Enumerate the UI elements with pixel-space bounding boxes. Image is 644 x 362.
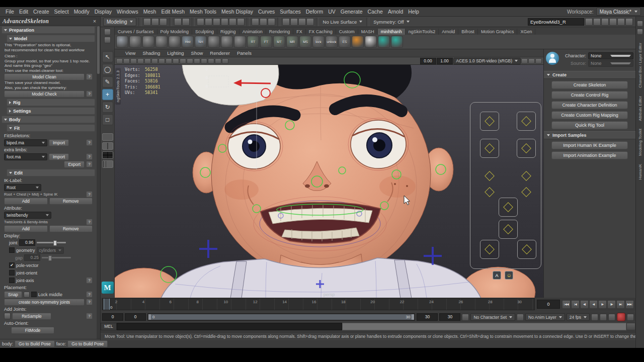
help-button[interactable]: ? xyxy=(86,191,93,198)
vp-xray-icon[interactable] xyxy=(215,58,221,64)
shelf-freeze-transform2-icon[interactable]: FT xyxy=(260,36,272,48)
picker-button[interactable] xyxy=(517,183,536,202)
create-action-button[interactable]: Create Skeleton xyxy=(551,81,628,89)
close-icon[interactable]: × xyxy=(92,18,98,24)
create-nonsymmetry-joints-button[interactable]: create non-symmetry joints xyxy=(4,299,85,306)
panel-scrollbar[interactable] xyxy=(97,25,100,339)
shelf-tab[interactable]: Motion Graphics xyxy=(478,29,518,35)
character-set-selector[interactable]: No Character Set xyxy=(470,313,515,321)
step-forward-button[interactable]: |▶ xyxy=(607,300,616,309)
add-joints-tool-icon[interactable] xyxy=(4,313,11,319)
export-button[interactable]: Export xyxy=(64,161,85,168)
create-action-button[interactable]: Create Character Definition xyxy=(551,101,628,109)
select-tool[interactable]: ↖ xyxy=(102,51,113,62)
import-samples-section-header[interactable]: Import Samples xyxy=(544,131,635,139)
sidebar-tab[interactable]: Attribute Editor xyxy=(638,96,642,121)
joint-size-slider[interactable] xyxy=(37,242,66,243)
menu-item[interactable]: Arnold xyxy=(385,9,406,15)
shelf-match-scale-icon[interactable]: MS xyxy=(299,36,311,48)
single-pane-layout[interactable] xyxy=(102,133,113,141)
animation-start-field[interactable]: 0 xyxy=(102,313,123,321)
picker-button[interactable] xyxy=(517,240,536,259)
vp-grid-icon[interactable] xyxy=(158,58,165,64)
section-preparation[interactable]: Preparation xyxy=(2,26,95,34)
extra-limb-select[interactable]: foot.ma xyxy=(4,153,47,160)
modeling-toolkit-icon[interactable] xyxy=(609,18,617,26)
panel-menu-item[interactable]: Panels xyxy=(233,50,255,56)
auto-key-button[interactable] xyxy=(617,313,625,321)
shelf-poly-sphere-icon[interactable] xyxy=(116,36,128,48)
four-pane-layout[interactable] xyxy=(102,151,113,159)
shelf-separate-icon[interactable] xyxy=(155,36,168,48)
vp-image-plane-icon[interactable] xyxy=(144,58,151,64)
help-button[interactable]: ? xyxy=(86,299,93,305)
geometry-type-select[interactable]: cylinders xyxy=(37,247,64,254)
help-button[interactable]: ? xyxy=(86,219,93,225)
shelf-edit-skin-icon[interactable]: ES xyxy=(339,36,351,48)
vp-gate-mask-icon[interactable] xyxy=(180,58,186,64)
lock-middle-checkbox[interactable] xyxy=(31,292,37,297)
vp-2d-pan-zoom-icon[interactable] xyxy=(151,58,158,64)
menu-item[interactable]: Mesh Display xyxy=(219,9,256,15)
panel-menu-item[interactable]: View xyxy=(122,50,139,56)
picker-a-button[interactable]: A xyxy=(493,271,501,280)
redo-icon[interactable] xyxy=(182,18,190,26)
shelf-tpose-figure-icon[interactable] xyxy=(378,36,390,48)
menu-item[interactable]: Surfaces xyxy=(277,9,303,15)
panel-menu-item[interactable]: Renderer xyxy=(206,50,233,56)
vp-wireframe-on-shaded-icon[interactable] xyxy=(222,58,228,64)
picker-button[interactable] xyxy=(480,112,499,131)
shelf-lock-icon[interactable]: lock xyxy=(312,36,325,48)
character-set-icon[interactable] xyxy=(462,314,469,321)
panel-menu-item[interactable]: Shading xyxy=(139,50,164,56)
vp-field-chart-icon[interactable] xyxy=(187,58,193,64)
dock-icon-2[interactable] xyxy=(637,29,643,35)
menu-item[interactable]: File xyxy=(3,9,17,15)
section-edit[interactable]: Edit xyxy=(7,169,95,176)
next-key-button[interactable]: ▶| xyxy=(616,300,625,309)
section-settings[interactable]: Settings xyxy=(7,107,95,115)
help-button[interactable]: ? xyxy=(86,90,93,97)
shelf-tab-menu-icon[interactable] xyxy=(104,29,111,35)
snap-view-plane-icon[interactable] xyxy=(229,18,236,26)
shelf-reset-transform-icon[interactable]: RT xyxy=(247,36,259,48)
face-build-pose-button[interactable]: Go to Build Pose xyxy=(67,340,108,347)
snap-curve-icon[interactable] xyxy=(205,18,212,26)
tool-settings-icon[interactable] xyxy=(601,18,609,26)
shelf-freeze-transform-icon[interactable] xyxy=(208,36,220,48)
step-back-button[interactable]: ◀| xyxy=(580,300,589,309)
move-tool[interactable]: + xyxy=(102,89,113,100)
vp-camera-attributes-icon[interactable] xyxy=(130,58,137,64)
menu-item[interactable]: Help xyxy=(406,9,422,15)
menu-item[interactable]: Edit xyxy=(17,9,31,15)
menu-item[interactable]: UV xyxy=(326,9,338,15)
sidebar-tab[interactable]: Channel Box / Layer Editor xyxy=(638,43,642,88)
ik-remove-button[interactable]: Remove xyxy=(49,198,93,205)
anim-layer-icon[interactable] xyxy=(517,314,524,321)
help-button[interactable]: ? xyxy=(86,291,93,298)
humanik-icon[interactable] xyxy=(617,18,625,26)
command-language-toggle[interactable]: MEL xyxy=(101,323,117,330)
attribute-add-button[interactable]: Add xyxy=(4,225,48,232)
import-sample-button[interactable]: Import Animation Example xyxy=(551,151,628,159)
help-button[interactable]: ? xyxy=(86,313,93,319)
animation-preferences-icon[interactable] xyxy=(627,314,634,321)
list-inputs-icon[interactable] xyxy=(260,18,267,26)
undo-icon[interactable] xyxy=(174,18,182,26)
vp-safe-action-icon[interactable] xyxy=(194,58,200,64)
rotate-tool[interactable]: ↻ xyxy=(102,102,113,113)
picker-button[interactable] xyxy=(480,139,499,158)
previous-key-button[interactable]: |◀ xyxy=(571,300,580,309)
make-live-icon[interactable] xyxy=(237,18,245,26)
go-to-end-button[interactable]: ▶▶| xyxy=(625,300,634,309)
help-button[interactable]: ? xyxy=(86,153,93,160)
fitskeleton-select[interactable]: biped.ma xyxy=(4,139,47,146)
picker-button[interactable] xyxy=(517,139,536,158)
current-frame-field[interactable]: 0 xyxy=(537,300,560,309)
paint-select-tool[interactable]: ✎ xyxy=(102,76,113,87)
shelf-tab[interactable]: Rendering xyxy=(266,29,294,35)
shelf-delete-history-icon[interactable]: Hist xyxy=(182,36,194,48)
vp-ambient-occlusion-icon[interactable] xyxy=(535,58,542,64)
source-select[interactable]: None xyxy=(588,60,633,67)
symmetry-toggle-icon[interactable] xyxy=(24,292,30,298)
